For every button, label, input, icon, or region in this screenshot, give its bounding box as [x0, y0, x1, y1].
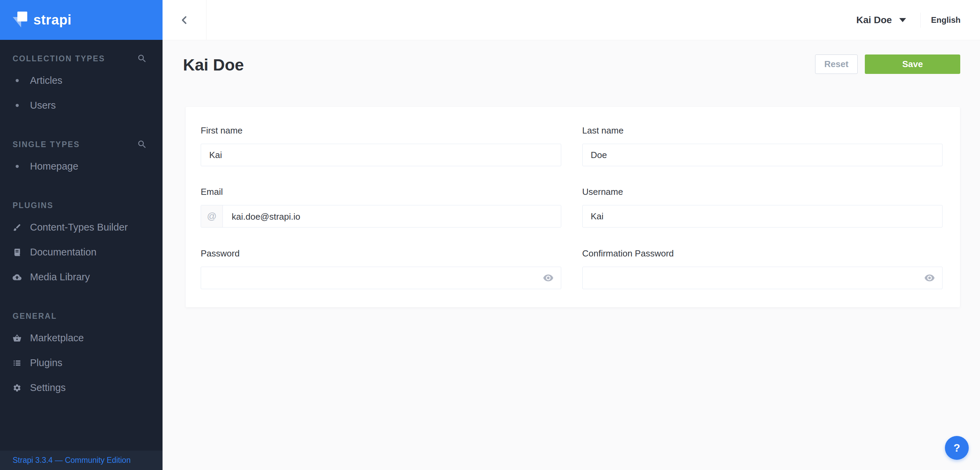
control: [201, 144, 561, 166]
paintbrush-icon: [13, 223, 21, 232]
field-first-name: First name: [201, 125, 561, 187]
email-input[interactable]: [223, 205, 561, 227]
sidebar-item-homepage[interactable]: Homepage: [0, 154, 162, 179]
at-sign-addon: @: [201, 205, 223, 227]
section-title: SINGLE TYPES: [13, 140, 80, 149]
bullet-icon: [13, 76, 21, 85]
chevron-left-icon: [180, 15, 189, 25]
strapi-logo[interactable]: strapi: [0, 0, 162, 40]
sidebar-item-plugins[interactable]: Plugins: [0, 351, 162, 375]
chevron-down-icon: [899, 18, 906, 22]
control: [582, 144, 943, 166]
sidebar-item-label: Plugins: [30, 357, 62, 368]
sidebar-item-label: Homepage: [30, 161, 78, 172]
sidebar-item-documentation[interactable]: Documentation: [0, 240, 162, 265]
control: [201, 267, 561, 289]
username-input[interactable]: [582, 205, 943, 227]
sidebar-item-label: Marketplace: [30, 332, 84, 344]
sidebar-item-label: Users: [30, 100, 56, 111]
sidebar-item-media-library[interactable]: Media Library: [0, 265, 162, 289]
sidebar-item-content-types-builder[interactable]: Content-Types Builder: [0, 215, 162, 240]
password-input[interactable]: [201, 267, 561, 289]
search-icon[interactable]: [137, 139, 147, 149]
section-plugins: PLUGINS Content-Types Builder Documentat…: [0, 201, 162, 289]
field-password: Password: [201, 248, 561, 289]
field-username: Username: [582, 187, 943, 248]
section-header: SINGLE TYPES: [0, 140, 162, 149]
topbar: Kai Doe English: [162, 0, 980, 40]
help-button[interactable]: ?: [945, 436, 969, 460]
confirmation-password-input[interactable]: [582, 267, 943, 289]
control: @: [201, 205, 561, 227]
field-last-name: Last name: [582, 125, 943, 187]
cloud-upload-icon: [13, 273, 21, 282]
user-menu[interactable]: Kai Doe: [856, 15, 906, 25]
field-label: Email: [201, 187, 561, 197]
header-actions: Reset Save: [815, 54, 960, 74]
sidebar-item-settings[interactable]: Settings: [0, 375, 162, 400]
page-header: Kai Doe Reset Save: [183, 54, 960, 82]
strapi-logo-icon: [13, 11, 28, 29]
section-title: GENERAL: [13, 311, 57, 321]
field-label: Confirmation Password: [582, 248, 943, 259]
field-label: Password: [201, 248, 561, 259]
sidebar-item-label: Articles: [30, 75, 62, 86]
nav-list: Marketplace Plugins Settings: [0, 326, 162, 400]
section-collection-types: COLLECTION TYPES Articles Users: [0, 54, 162, 118]
nav-list: Homepage: [0, 154, 162, 179]
strapi-version-link[interactable]: Strapi 3.3.4 — Community Edition: [13, 456, 130, 465]
nav-list: Content-Types Builder Documentation Medi…: [0, 215, 162, 289]
basket-icon: [13, 334, 21, 343]
sidebar-footer: Strapi 3.3.4 — Community Edition: [0, 451, 162, 470]
book-icon: [13, 248, 21, 257]
sidebar-nav: COLLECTION TYPES Articles Users SINGLE T…: [0, 40, 162, 400]
sidebar: strapi COLLECTION TYPES Articles Users: [0, 0, 162, 470]
gear-icon: [13, 384, 21, 392]
reset-button[interactable]: Reset: [815, 54, 858, 74]
page-title: Kai Doe: [183, 54, 244, 76]
field-label: Username: [582, 187, 943, 197]
section-header: GENERAL: [0, 311, 162, 321]
language-selector[interactable]: English: [931, 15, 961, 25]
sidebar-item-articles[interactable]: Articles: [0, 68, 162, 93]
sidebar-item-users[interactable]: Users: [0, 93, 162, 118]
field-confirmation-password: Confirmation Password: [582, 248, 943, 289]
bullet-icon: [13, 162, 21, 171]
user-form-card: First name Last name Email @ Username Pa…: [186, 107, 960, 307]
field-label: First name: [201, 125, 561, 135]
field-email: Email @: [201, 187, 561, 248]
nav-list: Articles Users: [0, 68, 162, 118]
sidebar-item-label: Documentation: [30, 246, 96, 258]
topbar-right: Kai Doe English: [856, 0, 980, 40]
bullet-icon: [13, 101, 21, 110]
divider: [920, 13, 921, 28]
save-button[interactable]: Save: [865, 54, 960, 74]
section-single-types: SINGLE TYPES Homepage: [0, 140, 162, 179]
list-icon: [13, 359, 21, 367]
section-header: PLUGINS: [0, 201, 162, 210]
last-name-input[interactable]: [582, 144, 943, 166]
field-label: Last name: [582, 125, 943, 135]
back-button[interactable]: [162, 0, 207, 40]
control: [582, 267, 943, 289]
sidebar-item-label: Content-Types Builder: [30, 222, 128, 233]
eye-icon[interactable]: [924, 273, 935, 283]
section-title: PLUGINS: [13, 201, 54, 210]
eye-icon[interactable]: [543, 273, 554, 283]
section-title: COLLECTION TYPES: [13, 54, 105, 64]
first-name-input[interactable]: [201, 144, 561, 166]
section-general: GENERAL Marketplace Plugins: [0, 311, 162, 400]
sidebar-item-label: Media Library: [30, 272, 90, 283]
sidebar-item-label: Settings: [30, 382, 66, 393]
search-icon[interactable]: [137, 54, 147, 64]
sidebar-item-marketplace[interactable]: Marketplace: [0, 326, 162, 351]
control: [582, 205, 943, 227]
strapi-logo-text: strapi: [33, 12, 72, 28]
user-name: Kai Doe: [856, 15, 892, 25]
section-header: COLLECTION TYPES: [0, 54, 162, 64]
